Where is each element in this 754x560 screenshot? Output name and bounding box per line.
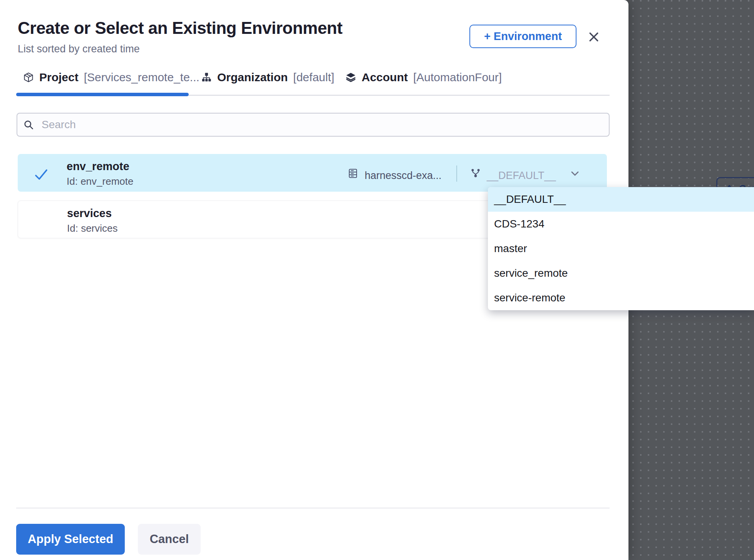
footer-divider — [16, 508, 610, 508]
new-environment-button[interactable]: + Environment — [469, 25, 576, 48]
search-box — [17, 113, 610, 137]
branch-option-cds-1234[interactable]: CDS-1234 — [488, 212, 754, 236]
active-tab-indicator — [16, 93, 189, 96]
search-input[interactable] — [42, 119, 603, 131]
tab-project-label: Project — [39, 71, 79, 84]
repository-name: harnesscd-exa... — [365, 170, 442, 182]
search-icon — [23, 120, 34, 130]
modal-title: Create or Select an Existing Environment — [18, 18, 342, 38]
apply-selected-button[interactable]: Apply Selected — [16, 524, 125, 555]
check-icon — [34, 169, 49, 181]
branch-select-value[interactable]: __DEFAULT__ — [487, 170, 556, 182]
chevron-down-icon[interactable] — [571, 171, 579, 176]
branch-option-default[interactable]: __DEFAULT__ — [488, 187, 754, 212]
tab-account-scope: [AutomationFour] — [413, 71, 502, 84]
cube-icon — [23, 72, 34, 83]
tab-project-scope: [Services_remote_te... — [84, 71, 199, 84]
branch-option-service-dash-remote[interactable]: service-remote — [488, 286, 754, 310]
environment-name: env_remote — [67, 160, 129, 173]
repository-icon — [348, 168, 358, 179]
modal-subtitle: List sorted by created time — [18, 43, 140, 55]
cancel-button[interactable]: Cancel — [138, 524, 201, 555]
environment-name: services — [67, 207, 112, 220]
close-icon — [588, 32, 599, 42]
layers-icon — [345, 72, 356, 83]
environment-row-env-remote[interactable]: env_remote Id: env_remote harnesscd-exa.… — [18, 154, 607, 192]
tab-organization-scope: [default] — [293, 71, 334, 84]
branch-option-service-underscore-remote[interactable]: service_remote — [488, 261, 754, 286]
branch-dropdown-menu: __DEFAULT__ CDS-1234 master service_remo… — [488, 187, 754, 310]
environment-id: Id: env_remote — [67, 176, 133, 187]
pipeline-canvas-background: Sav Create or Select an Existing Environ… — [0, 0, 754, 560]
vertical-divider — [456, 165, 457, 182]
tab-organization-label: Organization — [217, 71, 288, 84]
branch-option-master[interactable]: master — [488, 236, 754, 261]
environment-id: Id: services — [67, 222, 118, 234]
tab-account-label: Account — [362, 71, 408, 84]
close-button[interactable] — [585, 28, 602, 45]
org-chart-icon — [201, 72, 212, 83]
git-branch-icon — [471, 168, 481, 178]
tab-account[interactable]: Account [AutomationFour] — [345, 71, 502, 84]
tab-organization[interactable]: Organization [default] — [201, 71, 334, 84]
tab-project[interactable]: Project [Services_remote_te... — [23, 71, 199, 84]
